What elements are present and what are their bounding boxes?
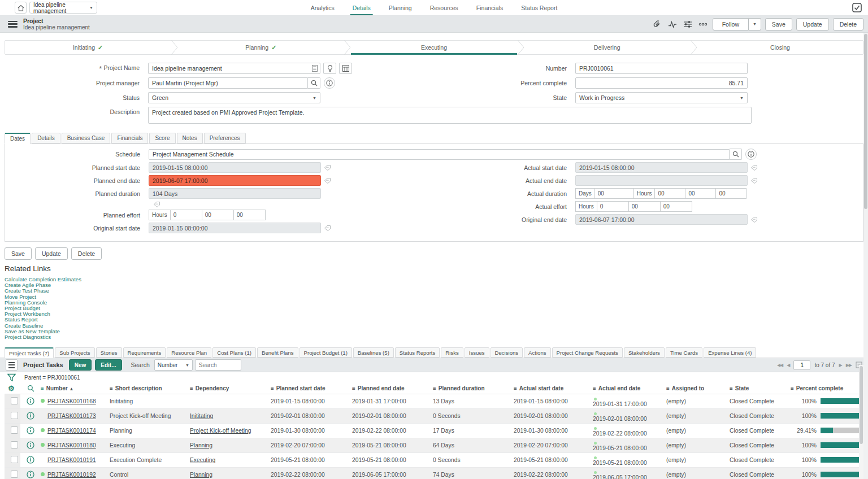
list-tab-benefit-plans[interactable]: Benefit Plans [257, 347, 298, 358]
column-header-short-description[interactable]: ≡Short description [106, 383, 186, 394]
save-button[interactable]: Save [765, 18, 792, 31]
tab-notes[interactable]: Notes [177, 133, 203, 143]
related-link-save-as-new-template[interactable]: Save as New Template [5, 329, 863, 334]
delete-button[interactable]: Delete [833, 18, 863, 31]
column-menu-icon[interactable]: ≡ [666, 385, 670, 391]
context-menu-check-icon[interactable] [852, 3, 862, 12]
phase-closing[interactable]: Closing [697, 41, 863, 54]
actual-start-date-input[interactable] [575, 162, 748, 173]
list-tab-project-budget-1[interactable]: Project Budget (1) [300, 347, 352, 358]
original-end-date-input[interactable] [575, 214, 748, 225]
column-header-actual-end-date[interactable]: ≡Actual end date [589, 383, 663, 394]
page-number-input[interactable] [793, 360, 810, 370]
tag-icon[interactable] [153, 201, 434, 207]
column-menu-icon[interactable]: ≡ [791, 385, 794, 391]
row-info-icon[interactable] [20, 408, 37, 423]
page-scrollbar-thumb[interactable] [864, 34, 867, 209]
column-header-planned-start-date[interactable]: ≡Planned start date [267, 383, 349, 394]
filter-breadcrumb[interactable]: Parent = PRJ0010061 [24, 375, 80, 381]
list-scrollbar-thumb[interactable] [860, 366, 863, 444]
info-icon[interactable] [324, 77, 335, 89]
list-search-input[interactable] [195, 359, 241, 371]
previous-page-icon[interactable]: ◀ [787, 363, 789, 368]
personalize-form-icon[interactable] [682, 19, 693, 30]
number-input[interactable] [575, 63, 748, 74]
update-button[interactable]: Update [796, 18, 829, 31]
tag-icon[interactable] [324, 225, 331, 231]
menu-icon[interactable] [8, 21, 18, 28]
list-tab-requirements[interactable]: Requirements [123, 347, 166, 358]
column-search-icon[interactable] [20, 383, 37, 394]
next-page-icon[interactable]: ▶ [839, 363, 842, 368]
dependency-link[interactable]: Project Kick-off Meeting [190, 428, 251, 434]
top-tab-planning[interactable]: Planning [380, 0, 421, 15]
list-tab-risks[interactable]: Risks [441, 347, 463, 358]
column-menu-icon[interactable]: ≡ [190, 385, 193, 391]
top-tab-resources[interactable]: Resources [421, 0, 467, 15]
search-icon[interactable] [730, 149, 742, 160]
related-link-project-budget[interactable]: Project Budget [5, 306, 863, 311]
related-link-planning-console[interactable]: Planning Console [5, 300, 863, 306]
template-gallery-icon[interactable] [339, 63, 352, 74]
list-tab-baselines-5[interactable]: Baselines (5) [353, 347, 394, 358]
top-tab-financials[interactable]: Financials [467, 0, 512, 15]
row-info-icon[interactable] [20, 394, 37, 408]
column-header-state[interactable]: ≡State [726, 383, 787, 394]
first-page-icon[interactable]: ◀◀ [777, 363, 783, 368]
more-options-icon[interactable] [697, 19, 709, 30]
list-personalize-gear-icon[interactable]: ⚙ [5, 383, 20, 394]
description-textarea[interactable]: Project created based on PMI Approved Pr… [148, 107, 752, 124]
task-number-link[interactable]: PRJTASK0010180 [47, 442, 96, 448]
list-tab-sub-projects[interactable]: Sub Projects [55, 347, 94, 358]
planned-start-date-input[interactable] [149, 162, 321, 173]
application-picker[interactable]: Idea pipeline management ▼ [29, 2, 97, 14]
form-update-button[interactable]: Update [35, 247, 68, 260]
list-tab-resource-plan[interactable]: Resource Plan [167, 347, 211, 358]
list-tab-project-tasks-7[interactable]: Project Tasks (7) [5, 347, 54, 358]
phase-executing[interactable]: Executing [351, 41, 517, 54]
last-page-icon[interactable]: ▶▶ [846, 363, 852, 368]
task-number-link[interactable]: PRJTASK0010168 [47, 398, 96, 404]
column-menu-icon[interactable]: ≡ [514, 385, 517, 391]
related-link-project-workbench[interactable]: Project Workbench [5, 311, 863, 317]
follow-button[interactable]: Follow [713, 18, 749, 31]
dependency-link[interactable]: Planning [190, 472, 212, 478]
tab-financials[interactable]: Financials [111, 133, 148, 143]
row-checkbox[interactable] [11, 456, 18, 463]
top-tab-details[interactable]: Details [344, 0, 380, 15]
list-tab-project-change-requests[interactable]: Project Change Requests [552, 347, 623, 358]
tag-icon[interactable] [750, 177, 758, 184]
edit-button[interactable]: Edit... [95, 359, 121, 371]
task-number-link[interactable]: PRJTASK0010174 [47, 428, 96, 434]
top-tab-analytics[interactable]: Analytics [302, 0, 344, 15]
row-checkbox[interactable] [11, 412, 18, 419]
row-info-icon[interactable] [20, 467, 37, 479]
list-tab-cost-plans-1[interactable]: Cost Plans (1) [212, 347, 256, 358]
project-name-input[interactable] [148, 63, 320, 74]
filter-icon[interactable] [7, 373, 16, 382]
list-tab-stakeholders[interactable]: Stakeholders [624, 347, 665, 358]
column-menu-icon[interactable]: ≡ [352, 385, 355, 391]
phase-initiating[interactable]: Initiating✓ [5, 41, 171, 54]
task-number-link[interactable]: PRJTASK0010191 [47, 457, 96, 463]
actual-effort-seconds-input[interactable] [660, 201, 692, 212]
tag-icon[interactable] [750, 216, 758, 223]
column-header-number[interactable]: ≡Number ▲ [37, 383, 106, 394]
percent-complete-input[interactable] [575, 77, 748, 89]
search-icon[interactable] [308, 77, 320, 89]
list-tab-stories[interactable]: Stories [96, 347, 122, 358]
row-checkbox[interactable] [11, 397, 18, 404]
planned-effort-seconds-input[interactable] [233, 210, 266, 220]
column-menu-icon[interactable]: ≡ [433, 385, 436, 391]
column-menu-icon[interactable]: ≡ [593, 385, 596, 391]
actual-end-date-input[interactable] [575, 175, 748, 186]
tab-dates[interactable]: Dates [5, 133, 31, 144]
row-info-icon[interactable] [20, 452, 37, 467]
task-number-link[interactable]: PRJTASK0010173 [47, 413, 96, 419]
list-tab-decisions[interactable]: Decisions [491, 347, 523, 358]
actual-effort-minutes-input[interactable] [628, 201, 661, 212]
related-link-calculate-completion-estimates[interactable]: Calculate Completion Estimates [5, 277, 863, 282]
status-select[interactable]: Green ▼ [148, 92, 320, 103]
list-tab-actions[interactable]: Actions [524, 347, 550, 358]
new-button[interactable]: New [69, 359, 92, 371]
